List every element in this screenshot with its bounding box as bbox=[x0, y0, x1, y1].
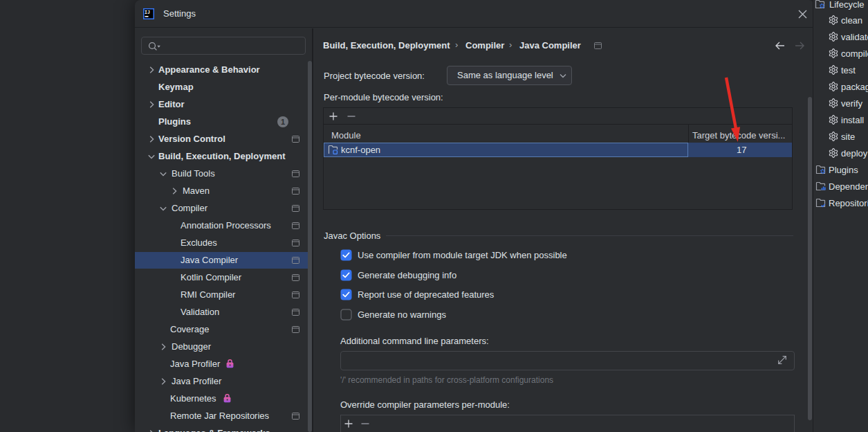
svg-text:IJ: IJ bbox=[145, 10, 150, 15]
